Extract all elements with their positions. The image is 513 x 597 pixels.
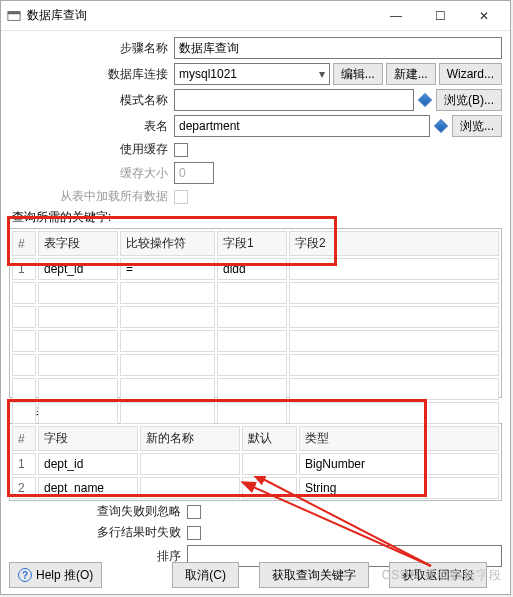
fail-ignore-checkbox[interactable]: [187, 505, 201, 519]
return-table-container: # 字段 新的名称 默认 类型 1 dept_id BigNumber 2 de…: [9, 423, 502, 501]
cache-checkbox[interactable]: [174, 143, 188, 157]
col-num: #: [12, 426, 36, 451]
watermark: CSDN 获取数据字段: [382, 567, 502, 584]
wizard-button[interactable]: Wizard...: [439, 63, 502, 85]
col-type: 类型: [299, 426, 499, 451]
table-input[interactable]: [174, 115, 430, 137]
col-newname: 新的名称: [140, 426, 240, 451]
load-all-label: 从表中加载所有数据: [9, 188, 174, 205]
titlebar: 数据库查询 — ☐ ✕: [1, 1, 510, 31]
table-row[interactable]: [12, 306, 499, 328]
schema-label: 模式名称: [9, 92, 174, 109]
table-row[interactable]: 1 dept_id = didd: [12, 258, 499, 280]
table-row[interactable]: [12, 402, 499, 424]
table-header-row: # 表字段 比较操作符 字段1 字段2: [12, 231, 499, 256]
close-button[interactable]: ✕: [470, 6, 498, 26]
col-field: 表字段: [38, 231, 118, 256]
multi-fail-checkbox[interactable]: [187, 526, 201, 540]
table-row[interactable]: 2 dept_name String: [12, 477, 499, 499]
col-f2: 字段2: [289, 231, 499, 256]
connection-label: 数据库连接: [9, 66, 174, 83]
keys-table-container: # 表字段 比较操作符 字段1 字段2 1 dept_id = didd: [9, 228, 502, 398]
table-row[interactable]: [12, 354, 499, 376]
table-header-row: # 字段 新的名称 默认 类型: [12, 426, 499, 451]
edit-button[interactable]: 编辑...: [333, 63, 383, 85]
col-field: 字段: [38, 426, 138, 451]
col-default: 默认: [242, 426, 297, 451]
return-table[interactable]: # 字段 新的名称 默认 类型 1 dept_id BigNumber 2 de…: [10, 424, 501, 501]
new-button[interactable]: 新建...: [386, 63, 436, 85]
col-op: 比较操作符: [120, 231, 215, 256]
window-buttons: — ☐ ✕: [382, 6, 498, 26]
cache-size-label: 缓存大小: [9, 165, 174, 182]
browse-table-button[interactable]: 浏览...: [452, 115, 502, 137]
help-button[interactable]: ? Help 推(O): [9, 562, 102, 588]
load-all-checkbox[interactable]: [174, 190, 188, 204]
variable-icon[interactable]: [418, 93, 432, 107]
schema-input[interactable]: [174, 89, 414, 111]
cache-label: 使用缓存: [9, 141, 174, 158]
minimize-button[interactable]: —: [382, 6, 410, 26]
dialog-window: 数据库查询 — ☐ ✕ 步骤名称 数据库连接 mysql1021 编辑... 新…: [0, 0, 511, 595]
step-name-label: 步骤名称: [9, 40, 174, 57]
cache-size-input[interactable]: [174, 162, 214, 184]
get-keys-button[interactable]: 获取查询关键字: [259, 562, 369, 588]
cancel-button[interactable]: 取消(C): [172, 562, 239, 588]
help-icon: ?: [18, 568, 32, 582]
table-label: 表名: [9, 118, 174, 135]
window-title: 数据库查询: [27, 7, 382, 24]
table-row[interactable]: [12, 378, 499, 400]
table-row[interactable]: [12, 282, 499, 304]
table-row[interactable]: 1 dept_id BigNumber: [12, 453, 499, 475]
connection-select[interactable]: mysql1021: [174, 63, 330, 85]
svg-rect-1: [8, 11, 20, 14]
multi-fail-label: 多行结果时失败: [9, 524, 187, 541]
col-f1: 字段1: [217, 231, 287, 256]
browse-schema-button[interactable]: 浏览(B)...: [436, 89, 502, 111]
form-area: 步骤名称 数据库连接 mysql1021 编辑... 新建... Wizard.…: [1, 31, 510, 501]
help-label: Help 推(O): [36, 567, 93, 584]
variable-icon[interactable]: [434, 119, 448, 133]
maximize-button[interactable]: ☐: [426, 6, 454, 26]
col-num: #: [12, 231, 36, 256]
step-name-input[interactable]: [174, 37, 502, 59]
app-icon: [7, 9, 21, 23]
keys-section-title: 查询所需的关键字:: [12, 209, 502, 226]
keys-table[interactable]: # 表字段 比较操作符 字段1 字段2 1 dept_id = didd: [10, 229, 501, 426]
table-row[interactable]: [12, 330, 499, 352]
fail-ignore-label: 查询失败则忽略: [9, 503, 187, 520]
connection-select-wrap: mysql1021: [174, 63, 330, 85]
